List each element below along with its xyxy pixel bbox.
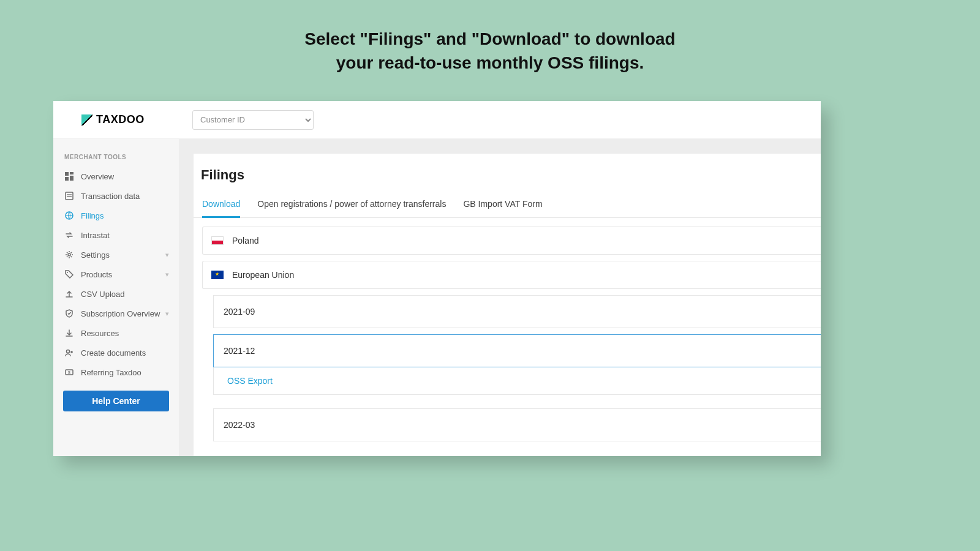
tab-open-registrations[interactable]: Open registrations / power of attorney t… xyxy=(257,194,446,218)
sidebar-item-create-documents[interactable]: Create documents xyxy=(59,343,173,362)
export-row: OSS Export xyxy=(213,367,821,395)
svg-point-9 xyxy=(67,272,68,273)
annotation-circle-icon xyxy=(350,454,442,456)
period-row-selected[interactable]: 2021-12 xyxy=(213,334,821,367)
page-title: Filings xyxy=(194,167,821,194)
svg-point-10 xyxy=(67,350,70,353)
tag-icon xyxy=(64,269,74,279)
list-icon xyxy=(64,191,74,201)
sidebar-item-overview[interactable]: Overview xyxy=(59,167,173,186)
sidebar-item-filings[interactable]: Filings xyxy=(59,206,173,225)
svg-rect-3 xyxy=(70,176,74,181)
main-area: Filings Download Open registrations / po… xyxy=(179,139,821,456)
oss-export-link[interactable]: OSS Export xyxy=(227,376,273,386)
sidebar-item-label: Products xyxy=(81,270,112,279)
flag-poland-icon xyxy=(211,236,224,245)
instruction-line-1: Select "Filings" and "Download" to downl… xyxy=(0,27,980,51)
sidebar-item-label: Overview xyxy=(81,172,114,181)
topbar: TAXDOO Customer ID xyxy=(53,101,821,139)
brand-logo: TAXDOO xyxy=(53,113,179,126)
sidebar-item-intrastat[interactable]: Intrastat xyxy=(59,225,173,245)
help-center-button[interactable]: Help Center xyxy=(63,391,169,411)
chevron-down-icon: ▾ xyxy=(165,271,169,279)
sidebar-item-products[interactable]: Products ▾ xyxy=(59,264,173,284)
country-row-eu[interactable]: European Union xyxy=(202,261,821,289)
country-name: Poland xyxy=(232,236,259,246)
gear-icon xyxy=(64,250,74,260)
sidebar-item-subscription-overview[interactable]: Subscription Overview ▾ xyxy=(59,304,173,323)
tab-download[interactable]: Download xyxy=(202,194,240,218)
instruction-line-2: your read-to-use monthly OSS filings. xyxy=(0,51,980,75)
upload-icon xyxy=(64,289,74,299)
svg-point-8 xyxy=(68,253,70,256)
app-window: TAXDOO Customer ID MERCHANT TOOLS Overvi… xyxy=(53,101,821,456)
sidebar-item-label: Intrastat xyxy=(81,231,110,240)
flag-eu-icon xyxy=(211,271,224,279)
country-row-poland[interactable]: Poland xyxy=(202,227,821,255)
globe-icon xyxy=(64,211,74,220)
svg-rect-0 xyxy=(65,172,69,176)
tab-gb-import-vat[interactable]: GB Import VAT Form xyxy=(463,194,542,218)
money-icon: $ xyxy=(64,367,74,377)
sidebar-item-label: Create documents xyxy=(81,348,146,358)
shield-icon xyxy=(64,309,74,318)
sidebar-item-label: Transaction data xyxy=(81,192,140,201)
sidebar-item-label: Subscription Overview xyxy=(81,309,160,318)
sidebar: MERCHANT TOOLS Overview Transaction data… xyxy=(53,139,179,456)
sidebar-item-transaction-data[interactable]: Transaction data xyxy=(59,186,173,206)
instruction-text: Select "Filings" and "Download" to downl… xyxy=(0,0,980,75)
svg-rect-4 xyxy=(66,192,73,200)
dashboard-icon xyxy=(64,171,74,181)
sidebar-item-csv-upload[interactable]: CSV Upload xyxy=(59,284,173,304)
download-icon xyxy=(64,328,74,338)
chevron-down-icon: ▾ xyxy=(165,251,169,259)
sidebar-heading: MERCHANT TOOLS xyxy=(59,150,173,167)
country-name: European Union xyxy=(232,270,294,280)
sidebar-item-label: Settings xyxy=(81,250,110,260)
brand-mark-icon xyxy=(81,114,92,126)
svg-rect-2 xyxy=(65,177,69,181)
person-plus-icon xyxy=(64,348,74,358)
sidebar-item-referring[interactable]: $ Referring Taxdoo xyxy=(59,362,173,382)
period-row[interactable]: 2021-09 xyxy=(213,295,821,328)
sidebar-item-label: Filings xyxy=(81,211,104,220)
chevron-down-icon: ▾ xyxy=(165,310,169,318)
brand-name: TAXDOO xyxy=(96,113,145,126)
svg-text:$: $ xyxy=(68,370,70,375)
swap-icon xyxy=(64,230,74,240)
period-row[interactable]: 2022-03 xyxy=(213,408,821,441)
svg-rect-1 xyxy=(70,172,74,174)
sidebar-item-settings[interactable]: Settings ▾ xyxy=(59,245,173,264)
tabs: Download Open registrations / power of a… xyxy=(194,194,821,218)
sidebar-item-label: Referring Taxdoo xyxy=(81,368,141,377)
customer-id-select[interactable]: Customer ID xyxy=(192,110,314,130)
sidebar-item-label: Resources xyxy=(81,329,119,338)
sidebar-item-resources[interactable]: Resources xyxy=(59,323,173,343)
sidebar-item-label: CSV Upload xyxy=(81,290,125,299)
